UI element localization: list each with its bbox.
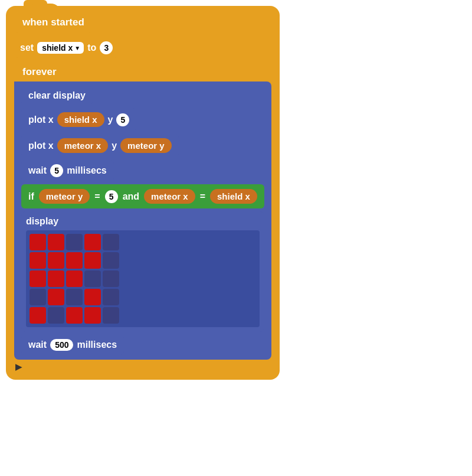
meteor-x-reporter1[interactable]: meteor x <box>57 138 109 153</box>
pixel-cell <box>48 270 64 287</box>
plot1-label: plot x <box>28 115 54 125</box>
when-started-block[interactable]: when started <box>14 12 93 33</box>
shield-x-reporter2[interactable]: shield x <box>210 189 257 204</box>
meteor-y-reporter2[interactable]: meteor y <box>39 189 90 204</box>
pixel-cell <box>84 234 101 250</box>
display-label: display <box>26 216 260 227</box>
meteor-x-reporter2[interactable]: meteor x <box>144 189 195 204</box>
forever-inner: clear display plot x shield x y 5 plot x… <box>14 81 271 360</box>
pixel-cell <box>66 252 83 269</box>
pixel-cell <box>30 307 46 324</box>
outer-orange-block: when started set shield x ▼ to 3 forever… <box>6 6 280 380</box>
pixel-cell <box>84 289 101 305</box>
meteor-y-reporter2-label: meteor y <box>46 191 83 201</box>
set-block[interactable]: set shield x ▼ to 3 <box>14 38 119 58</box>
pixel-cell <box>103 234 119 250</box>
shield-x-reporter1-label: shield x <box>64 115 97 125</box>
pixel-cell <box>84 270 101 287</box>
set-value-badge: 3 <box>100 41 113 54</box>
scratch-program: when started set shield x ▼ to 3 forever… <box>6 6 454 380</box>
and-label: and <box>123 191 139 202</box>
wait1-ms-label: millisecs <box>67 165 107 176</box>
shield-x-reporter1[interactable]: shield x <box>57 112 104 127</box>
shield-x-dropdown[interactable]: shield x ▼ <box>37 42 84 54</box>
eq1-value: 5 <box>105 190 118 203</box>
pixel-cell <box>48 289 64 305</box>
eq1-label: = <box>94 191 100 202</box>
plot2-label: plot x <box>28 141 54 151</box>
forever-label: forever <box>22 66 57 77</box>
plot2-block[interactable]: plot x meteor x y meteor y <box>21 134 179 157</box>
pixel-cell <box>30 234 46 250</box>
pixel-cell <box>48 234 64 250</box>
shield-x-value: shield x <box>42 43 73 53</box>
pixel-cell <box>84 307 101 324</box>
arrow-indicator: ▶ <box>14 362 271 371</box>
pixel-cell <box>66 289 83 305</box>
pixel-cell <box>66 270 83 287</box>
pixel-cell <box>103 270 119 287</box>
pixel-grid <box>26 230 260 327</box>
wait1-label: wait <box>28 165 47 176</box>
shield-x-reporter2-label: shield x <box>217 191 250 201</box>
plot1-block[interactable]: plot x shield x y 5 <box>21 108 136 131</box>
pixel-cell <box>66 307 83 324</box>
meteor-x-reporter1-label: meteor x <box>64 141 101 151</box>
eq2-label: = <box>200 191 205 202</box>
wait2-ms-label: millisecs <box>77 340 117 350</box>
plot2-y-label: y <box>112 141 117 151</box>
forever-block[interactable]: forever <box>14 63 65 81</box>
pixel-cell <box>103 307 119 324</box>
pixel-cell <box>84 252 101 269</box>
clear-display-block[interactable]: clear display <box>21 86 93 105</box>
wait1-value: 5 <box>50 164 63 177</box>
if-label: if <box>28 191 34 202</box>
plot1-y-label: y <box>108 115 113 125</box>
clear-display-label: clear display <box>28 90 86 101</box>
pixel-cell <box>48 252 64 269</box>
pixel-cell <box>30 289 46 305</box>
pixel-cell <box>103 252 119 269</box>
pixel-cell <box>30 270 46 287</box>
wait2-block[interactable]: wait 500 millisecs <box>21 335 124 355</box>
wait2-label: wait <box>28 340 47 350</box>
display-block: display <box>21 211 264 332</box>
pixel-cell <box>103 289 119 305</box>
meteor-x-reporter2-label: meteor x <box>151 191 188 201</box>
set-label: set <box>20 43 34 53</box>
pixel-cell <box>30 252 46 269</box>
wait1-block[interactable]: wait 5 millisecs <box>21 160 114 181</box>
if-block[interactable]: if meteor y = 5 and meteor x = shield x <box>21 184 264 208</box>
dropdown-arrow-icon: ▼ <box>74 45 80 51</box>
meteor-y-reporter1[interactable]: meteor y <box>120 138 172 153</box>
plot1-y-value: 5 <box>116 113 129 126</box>
pixel-cell <box>48 307 64 324</box>
when-started-label: when started <box>22 17 84 28</box>
to-label: to <box>87 43 96 53</box>
wait2-value: 500 <box>50 339 73 351</box>
meteor-y-reporter1-label: meteor y <box>127 141 165 151</box>
pixel-cell <box>66 234 83 250</box>
